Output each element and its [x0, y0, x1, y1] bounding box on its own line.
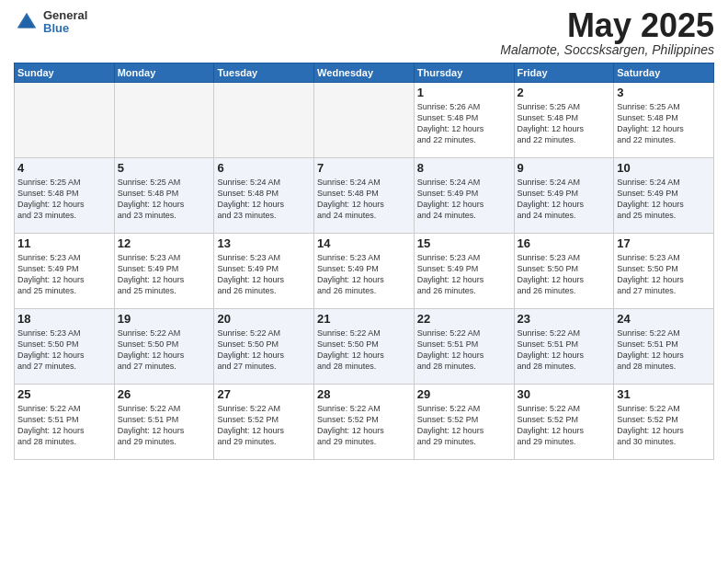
- header-saturday: Saturday: [614, 63, 714, 83]
- calendar-day-cell: 19Sunrise: 5:22 AM Sunset: 5:50 PM Dayli…: [114, 309, 214, 385]
- day-info: Sunrise: 5:24 AM Sunset: 5:48 PM Dayligh…: [217, 177, 311, 222]
- day-number: 2: [518, 86, 611, 99]
- day-number: 8: [417, 161, 511, 175]
- header-friday: Friday: [514, 63, 614, 83]
- day-info: Sunrise: 5:22 AM Sunset: 5:50 PM Dayligh…: [317, 327, 411, 373]
- day-number: 6: [217, 161, 311, 175]
- day-info: Sunrise: 5:23 AM Sunset: 5:49 PM Dayligh…: [118, 252, 211, 297]
- calendar-day-cell: 30Sunrise: 5:22 AM Sunset: 5:52 PM Dayli…: [514, 385, 614, 460]
- calendar-day-cell: 17Sunrise: 5:23 AM Sunset: 5:50 PM Dayli…: [614, 234, 714, 309]
- logo-text: General Blue: [43, 9, 87, 36]
- calendar-day-cell: [114, 83, 214, 158]
- day-number: 14: [317, 236, 411, 250]
- calendar-table: Sunday Monday Tuesday Wednesday Thursday…: [14, 63, 714, 460]
- calendar-day-cell: 13Sunrise: 5:23 AM Sunset: 5:49 PM Dayli…: [214, 234, 314, 309]
- day-info: Sunrise: 5:25 AM Sunset: 5:48 PM Dayligh…: [617, 101, 711, 146]
- day-info: Sunrise: 5:25 AM Sunset: 5:48 PM Dayligh…: [17, 177, 111, 222]
- day-info: Sunrise: 5:22 AM Sunset: 5:51 PM Dayligh…: [518, 327, 611, 373]
- day-info: Sunrise: 5:24 AM Sunset: 5:48 PM Dayligh…: [317, 177, 411, 222]
- day-info: Sunrise: 5:22 AM Sunset: 5:51 PM Dayligh…: [617, 327, 711, 373]
- header-wednesday: Wednesday: [314, 63, 415, 83]
- calendar-day-cell: 1Sunrise: 5:26 AM Sunset: 5:48 PM Daylig…: [414, 83, 514, 158]
- weekday-header-row: Sunday Monday Tuesday Wednesday Thursday…: [15, 63, 714, 83]
- calendar-day-cell: 9Sunrise: 5:24 AM Sunset: 5:49 PM Daylig…: [514, 158, 614, 234]
- logo-blue-label: Blue: [43, 22, 87, 35]
- calendar-location: Malamote, Soccsksargen, Philippines: [500, 42, 714, 57]
- day-number: 9: [518, 161, 611, 175]
- day-info: Sunrise: 5:23 AM Sunset: 5:50 PM Dayligh…: [17, 327, 111, 373]
- logo-icon: [14, 9, 40, 35]
- calendar-day-cell: [214, 83, 314, 158]
- calendar-day-cell: 2Sunrise: 5:25 AM Sunset: 5:48 PM Daylig…: [514, 83, 614, 158]
- calendar-day-cell: 28Sunrise: 5:22 AM Sunset: 5:52 PM Dayli…: [314, 385, 415, 460]
- day-info: Sunrise: 5:22 AM Sunset: 5:52 PM Dayligh…: [417, 403, 511, 448]
- calendar-week-row: 1Sunrise: 5:26 AM Sunset: 5:48 PM Daylig…: [15, 83, 714, 158]
- calendar-day-cell: 11Sunrise: 5:23 AM Sunset: 5:49 PM Dayli…: [15, 234, 115, 309]
- calendar-day-cell: 10Sunrise: 5:24 AM Sunset: 5:49 PM Dayli…: [614, 158, 714, 234]
- logo: General Blue: [14, 9, 87, 36]
- title-block: May 2025 Malamote, Soccsksargen, Philipp…: [500, 9, 714, 57]
- calendar-day-cell: 21Sunrise: 5:22 AM Sunset: 5:50 PM Dayli…: [314, 309, 415, 385]
- day-number: 28: [317, 387, 411, 401]
- calendar-week-row: 25Sunrise: 5:22 AM Sunset: 5:51 PM Dayli…: [15, 385, 714, 460]
- calendar-day-cell: [314, 83, 415, 158]
- day-info: Sunrise: 5:25 AM Sunset: 5:48 PM Dayligh…: [518, 101, 611, 146]
- calendar-day-cell: 22Sunrise: 5:22 AM Sunset: 5:51 PM Dayli…: [414, 309, 514, 385]
- day-info: Sunrise: 5:23 AM Sunset: 5:49 PM Dayligh…: [317, 252, 411, 297]
- day-number: 16: [518, 236, 611, 250]
- header-monday: Monday: [114, 63, 214, 83]
- calendar-week-row: 18Sunrise: 5:23 AM Sunset: 5:50 PM Dayli…: [15, 309, 714, 385]
- calendar-day-cell: 16Sunrise: 5:23 AM Sunset: 5:50 PM Dayli…: [514, 234, 614, 309]
- day-info: Sunrise: 5:22 AM Sunset: 5:51 PM Dayligh…: [417, 327, 511, 373]
- day-info: Sunrise: 5:23 AM Sunset: 5:49 PM Dayligh…: [217, 252, 311, 297]
- day-info: Sunrise: 5:22 AM Sunset: 5:52 PM Dayligh…: [617, 403, 711, 448]
- calendar-day-cell: 25Sunrise: 5:22 AM Sunset: 5:51 PM Dayli…: [15, 385, 115, 460]
- day-number: 26: [118, 387, 211, 401]
- calendar-day-cell: 24Sunrise: 5:22 AM Sunset: 5:51 PM Dayli…: [614, 309, 714, 385]
- day-info: Sunrise: 5:23 AM Sunset: 5:50 PM Dayligh…: [617, 252, 711, 297]
- header-tuesday: Tuesday: [214, 63, 314, 83]
- calendar-day-cell: [15, 83, 115, 158]
- day-number: 24: [617, 312, 711, 326]
- day-number: 10: [617, 161, 711, 175]
- day-info: Sunrise: 5:25 AM Sunset: 5:48 PM Dayligh…: [118, 177, 211, 222]
- day-number: 31: [617, 387, 711, 401]
- calendar-day-cell: 12Sunrise: 5:23 AM Sunset: 5:49 PM Dayli…: [114, 234, 214, 309]
- header-sunday: Sunday: [15, 63, 115, 83]
- calendar-body: 1Sunrise: 5:26 AM Sunset: 5:48 PM Daylig…: [15, 83, 714, 460]
- calendar-day-cell: 31Sunrise: 5:22 AM Sunset: 5:52 PM Dayli…: [614, 385, 714, 460]
- day-info: Sunrise: 5:22 AM Sunset: 5:50 PM Dayligh…: [217, 327, 311, 373]
- calendar-day-cell: 6Sunrise: 5:24 AM Sunset: 5:48 PM Daylig…: [214, 158, 314, 234]
- day-number: 20: [217, 312, 311, 326]
- day-number: 19: [118, 312, 211, 326]
- day-number: 21: [317, 312, 411, 326]
- calendar-title: May 2025: [500, 9, 714, 42]
- header-thursday: Thursday: [414, 63, 514, 83]
- day-number: 27: [217, 387, 311, 401]
- day-number: 23: [518, 312, 611, 326]
- calendar-day-cell: 5Sunrise: 5:25 AM Sunset: 5:48 PM Daylig…: [114, 158, 214, 234]
- calendar-day-cell: 15Sunrise: 5:23 AM Sunset: 5:49 PM Dayli…: [414, 234, 514, 309]
- calendar-day-cell: 27Sunrise: 5:22 AM Sunset: 5:52 PM Dayli…: [214, 385, 314, 460]
- day-info: Sunrise: 5:23 AM Sunset: 5:50 PM Dayligh…: [518, 252, 611, 297]
- calendar-day-cell: 3Sunrise: 5:25 AM Sunset: 5:48 PM Daylig…: [614, 83, 714, 158]
- day-info: Sunrise: 5:23 AM Sunset: 5:49 PM Dayligh…: [17, 252, 111, 297]
- calendar-week-row: 4Sunrise: 5:25 AM Sunset: 5:48 PM Daylig…: [15, 158, 714, 234]
- calendar-page: General Blue May 2025 Malamote, Soccsksa…: [0, 0, 728, 563]
- day-number: 13: [217, 236, 311, 250]
- day-info: Sunrise: 5:24 AM Sunset: 5:49 PM Dayligh…: [518, 177, 611, 222]
- day-number: 17: [617, 236, 711, 250]
- calendar-day-cell: 29Sunrise: 5:22 AM Sunset: 5:52 PM Dayli…: [414, 385, 514, 460]
- calendar-week-row: 11Sunrise: 5:23 AM Sunset: 5:49 PM Dayli…: [15, 234, 714, 309]
- day-number: 22: [417, 312, 511, 326]
- day-info: Sunrise: 5:22 AM Sunset: 5:52 PM Dayligh…: [518, 403, 611, 448]
- day-info: Sunrise: 5:24 AM Sunset: 5:49 PM Dayligh…: [617, 177, 711, 222]
- header: General Blue May 2025 Malamote, Soccsksa…: [14, 9, 714, 57]
- day-number: 15: [417, 236, 511, 250]
- calendar-day-cell: 14Sunrise: 5:23 AM Sunset: 5:49 PM Dayli…: [314, 234, 415, 309]
- calendar-day-cell: 23Sunrise: 5:22 AM Sunset: 5:51 PM Dayli…: [514, 309, 614, 385]
- day-number: 25: [17, 387, 111, 401]
- day-info: Sunrise: 5:22 AM Sunset: 5:51 PM Dayligh…: [118, 403, 211, 448]
- calendar-day-cell: 18Sunrise: 5:23 AM Sunset: 5:50 PM Dayli…: [15, 309, 115, 385]
- day-number: 3: [617, 86, 711, 99]
